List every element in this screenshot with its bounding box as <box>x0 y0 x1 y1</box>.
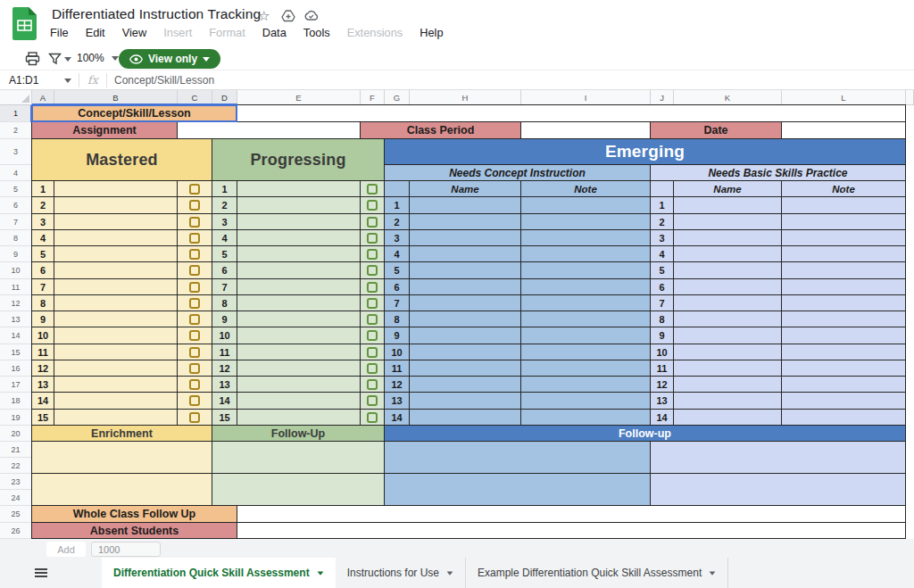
mastered-checkbox-cell[interactable] <box>178 311 212 327</box>
row-header-13[interactable]: 13 <box>0 311 32 327</box>
emerging-left-note-cell[interactable] <box>521 214 651 230</box>
mastered-row-number[interactable]: 7 <box>32 279 54 295</box>
progressing-row-number[interactable]: 12 <box>212 360 237 377</box>
progressing-checkbox-cell[interactable] <box>361 327 385 344</box>
needs-basic-skills-header[interactable]: Needs Basic Skills Practice <box>651 165 906 181</box>
progressing-checkbox-cell[interactable] <box>361 311 385 327</box>
mastered-name-cell[interactable] <box>54 181 178 197</box>
row-header-19[interactable]: 19 <box>0 410 32 426</box>
mastered-row-number[interactable]: 3 <box>32 214 54 230</box>
mastered-banner[interactable]: Mastered <box>32 139 212 181</box>
row-header-1[interactable]: 1 <box>0 105 32 122</box>
mastered-row-number[interactable]: 8 <box>32 295 54 311</box>
progressing-row-number[interactable]: 2 <box>212 197 237 214</box>
progressing-name-cell[interactable] <box>237 410 361 426</box>
row-header-11[interactable]: 11 <box>0 279 32 295</box>
column-header-K[interactable]: K <box>674 90 782 105</box>
progressing-row-number[interactable]: 13 <box>212 377 237 393</box>
mastered-checkbox-cell[interactable] <box>178 279 212 295</box>
emerging-right-row-number[interactable]: 9 <box>651 327 674 344</box>
mastered-row-number[interactable]: 14 <box>32 393 54 410</box>
progressing-row-number[interactable]: 9 <box>212 311 237 327</box>
mastered-checkbox-cell[interactable] <box>178 262 212 279</box>
progressing-checkbox[interactable] <box>367 379 378 390</box>
mastered-row-number[interactable]: 11 <box>32 344 54 360</box>
mastered-name-cell[interactable] <box>54 410 178 426</box>
progressing-row-number[interactable]: 11 <box>212 344 237 360</box>
sheet-tab-1[interactable]: Differentiation Quick Skill Assessment <box>102 558 336 588</box>
emerging-right-followup-cell[interactable] <box>651 474 906 506</box>
emerging-right-note-header[interactable]: Note <box>782 181 906 197</box>
emerging-right-row-number[interactable]: 7 <box>651 295 674 311</box>
emerging-left-note-cell[interactable] <box>521 327 651 344</box>
formula-input[interactable]: Concept/Skill/Lesson <box>114 74 214 87</box>
menu-insert[interactable]: Insert <box>163 26 192 39</box>
progressing-checkbox[interactable] <box>367 314 378 325</box>
row-header-23[interactable]: 23 <box>0 474 32 490</box>
progressing-checkbox-cell[interactable] <box>361 214 385 230</box>
column-header-E[interactable]: E <box>237 90 361 105</box>
progressing-row-number[interactable]: 4 <box>212 230 237 246</box>
progressing-checkbox-cell[interactable] <box>361 295 385 311</box>
progressing-row-number[interactable]: 6 <box>212 262 237 279</box>
row-header-7[interactable]: 7 <box>0 214 32 230</box>
emerging-right-followup-cell[interactable] <box>651 442 906 474</box>
progressing-name-cell[interactable] <box>237 295 361 311</box>
mastered-checkbox[interactable] <box>189 330 200 341</box>
mastered-row-number[interactable]: 9 <box>32 311 54 327</box>
all-sheets-menu-icon[interactable] <box>20 558 62 588</box>
emerging-left-note-cell[interactable] <box>521 262 651 279</box>
emerging-left-row-number[interactable]: 8 <box>385 311 410 327</box>
progressing-checkbox-cell[interactable] <box>361 393 385 410</box>
emerging-left-row-number[interactable]: 10 <box>385 344 410 360</box>
emerging-left-note-cell[interactable] <box>521 311 651 327</box>
emerging-left-name-cell[interactable] <box>410 344 521 360</box>
emerging-right-name-cell[interactable] <box>674 279 782 295</box>
mastered-name-cell[interactable] <box>54 295 178 311</box>
row-header-20[interactable]: 20 <box>0 426 32 442</box>
emerging-right-note-cell[interactable] <box>782 393 906 410</box>
absent-students-cell[interactable]: Absent Students <box>32 523 237 539</box>
mastered-row-number[interactable]: 6 <box>32 262 54 279</box>
progressing-checkbox[interactable] <box>367 298 378 309</box>
progressing-checkbox-cell[interactable] <box>361 410 385 426</box>
progressing-name-cell[interactable] <box>237 246 361 262</box>
row-header-24[interactable]: 24 <box>0 490 32 506</box>
progressing-banner[interactable]: Progressing <box>212 139 385 181</box>
mastered-row-number[interactable]: 10 <box>32 327 54 344</box>
sheet-tab-3[interactable]: Example Differentiation Quick Skill Asse… <box>466 558 728 588</box>
progressing-checkbox-cell[interactable] <box>361 279 385 295</box>
emerging-banner[interactable]: Emerging <box>385 139 906 165</box>
drive-add-icon[interactable] <box>281 10 295 22</box>
mastered-name-cell[interactable] <box>54 230 178 246</box>
progressing-row-number[interactable]: 8 <box>212 295 237 311</box>
date-input-cell[interactable] <box>782 122 906 139</box>
emerging-right-note-cell[interactable] <box>782 311 906 327</box>
emerging-left-name-header[interactable]: Name <box>410 181 521 197</box>
progressing-checkbox-cell[interactable] <box>361 344 385 360</box>
progressing-checkbox-cell[interactable] <box>361 197 385 214</box>
emerging-left-name-cell[interactable] <box>410 214 521 230</box>
emerging-left-name-cell[interactable] <box>410 393 521 410</box>
emerging-left-followup-cell[interactable] <box>385 442 651 474</box>
needs-concept-instruction-header[interactable]: Needs Concept Instruction <box>385 165 651 181</box>
progressing-row-number[interactable]: 1 <box>212 181 237 197</box>
mastered-name-cell[interactable] <box>54 393 178 410</box>
progressing-checkbox-cell[interactable] <box>361 246 385 262</box>
column-header-G[interactable]: G <box>385 90 410 105</box>
emerging-left-row-number[interactable]: 3 <box>385 230 410 246</box>
column-header-F[interactable]: F <box>361 90 385 105</box>
column-header-J[interactable]: J <box>651 90 674 105</box>
mastered-checkbox[interactable] <box>189 412 200 423</box>
emerging-left-name-cell[interactable] <box>410 279 521 295</box>
emerging-left-followup-cell[interactable] <box>385 474 651 506</box>
row-header-10[interactable]: 10 <box>0 262 32 279</box>
select-all-corner[interactable] <box>0 90 32 105</box>
mastered-row-number[interactable]: 5 <box>32 246 54 262</box>
emerging-left-note-cell[interactable] <box>521 377 651 393</box>
mastered-checkbox[interactable] <box>189 314 200 325</box>
emerging-left-name-cell[interactable] <box>410 197 521 214</box>
menu-extensions[interactable]: Extensions <box>347 26 403 39</box>
progressing-name-cell[interactable] <box>237 393 361 410</box>
progressing-checkbox[interactable] <box>367 200 378 211</box>
